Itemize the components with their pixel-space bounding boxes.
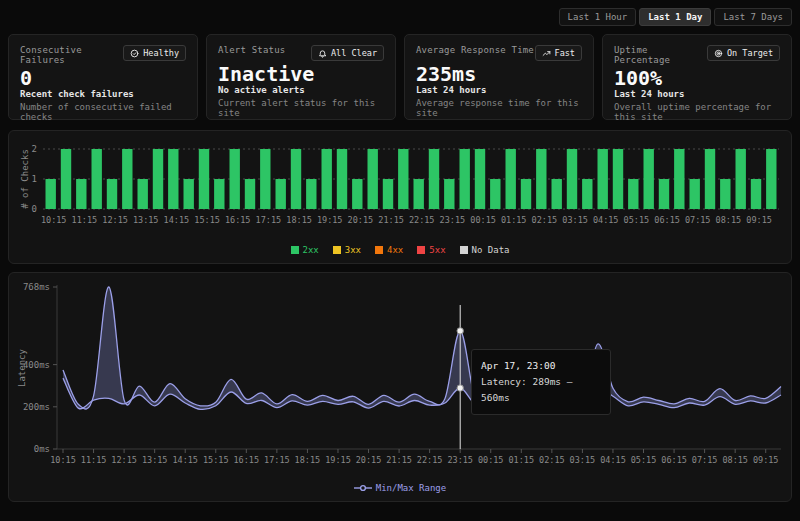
check-bar[interactable] [337,149,347,209]
svg-text:21:15: 21:15 [386,455,412,465]
svg-text:11:15: 11:15 [81,455,107,465]
check-bar[interactable] [122,149,132,209]
svg-text:19:15: 19:15 [317,215,343,225]
check-bar[interactable] [199,149,209,209]
check-bar[interactable] [628,179,638,209]
check-bar[interactable] [598,149,608,209]
check-bar[interactable] [383,179,393,209]
checks-bar-chart[interactable]: 012# of Checks10:1511:1512:1513:1514:151… [17,137,785,237]
svg-text:03:15: 03:15 [570,455,596,465]
svg-text:12:15: 12:15 [111,455,137,465]
check-bar[interactable] [690,179,700,209]
check-bar[interactable] [475,149,485,209]
stat-description: Overall uptime percentage for this site [614,102,780,122]
check-bar[interactable] [322,149,332,209]
legend-item-minmax-range: Min/Max Range [354,483,446,493]
stat-subtitle: No active alerts [218,85,384,95]
check-bar[interactable] [153,149,163,209]
check-bar[interactable] [751,179,761,209]
minmax-line-icon [354,484,372,492]
check-bar[interactable] [168,149,178,209]
legend-label: No Data [472,245,510,255]
check-bar[interactable] [107,179,117,209]
check-bar[interactable] [659,179,669,209]
legend-item-3xx: 3xx [333,245,361,255]
stat-subtitle: Last 24 hours [614,89,780,99]
svg-text:22:15: 22:15 [409,215,435,225]
status-badge-all-clear: All Clear [311,45,384,61]
check-bar[interactable] [536,149,546,209]
card-title: Consecutive Failures [20,45,123,65]
check-bar[interactable] [460,149,470,209]
svg-text:05:15: 05:15 [631,455,657,465]
check-bar[interactable] [260,149,270,209]
svg-text:23:15: 23:15 [447,455,473,465]
svg-text:15:15: 15:15 [203,455,229,465]
check-bar[interactable] [368,149,378,209]
status-badge-fast: Fast [535,45,582,61]
check-bar[interactable] [184,179,194,209]
svg-text:2: 2 [32,144,37,154]
svg-text:00:15: 00:15 [470,215,496,225]
check-bar[interactable] [674,149,684,209]
svg-text:13:15: 13:15 [133,215,159,225]
tooltip-latency-range: Latency: 289ms – 560ms [481,374,601,406]
range-button-1-hour[interactable]: Last 1 Hour [559,8,637,26]
check-bar[interactable] [705,149,715,209]
check-bar[interactable] [444,179,454,209]
check-bar[interactable] [76,179,86,209]
range-button-1-day[interactable]: Last 1 Day [639,8,711,26]
range-button-7-days[interactable]: Last 7 Days [714,8,792,26]
svg-text:12:15: 12:15 [102,215,128,225]
check-bar[interactable] [521,179,531,209]
check-bar[interactable] [736,149,746,209]
latency-minmax-chart[interactable]: 0ms200ms400ms768msLatency10:1511:1512:15… [17,279,785,475]
check-bar[interactable] [46,179,56,209]
target-icon [714,49,723,58]
legend-label: 2xx [303,245,319,255]
check-bar[interactable] [490,179,500,209]
svg-text:14:15: 14:15 [164,215,190,225]
check-bar[interactable] [276,179,286,209]
stat-description: Number of consecutive failed checks [20,102,186,122]
svg-text:16:15: 16:15 [234,455,260,465]
svg-text:16:15: 16:15 [225,215,251,225]
check-bar[interactable] [766,149,776,209]
legend-item-2xx: 2xx [291,245,319,255]
stats-row: Consecutive Failures Healthy 0 Recent ch… [8,34,792,120]
check-bar[interactable] [582,179,592,209]
svg-text:06:15: 06:15 [661,455,687,465]
cursor-point-marker [457,385,463,391]
svg-text:21:15: 21:15 [378,215,404,225]
check-bar[interactable] [414,179,424,209]
svg-text:17:15: 17:15 [264,455,290,465]
check-bar[interactable] [214,179,224,209]
check-bar[interactable] [613,149,623,209]
topbar: Last 1 Hour Last 1 Day Last 7 Days [8,8,792,26]
check-bar[interactable] [398,149,408,209]
stat-card-alert-status: Alert Status All Clear Inactive No activ… [206,34,396,120]
svg-text:03:15: 03:15 [562,215,588,225]
check-bar[interactable] [506,149,516,209]
check-bar[interactable] [230,149,240,209]
svg-text:07:15: 07:15 [685,215,711,225]
legend-label: 3xx [345,245,361,255]
check-bar[interactable] [61,149,71,209]
legend-swatch [460,246,468,254]
check-bar[interactable] [352,179,362,209]
svg-text:07:15: 07:15 [692,455,718,465]
status-code-legend: 2xx3xx4xx5xxNo Data [17,243,783,257]
check-bar[interactable] [567,149,577,209]
check-bar[interactable] [429,149,439,209]
check-bar[interactable] [92,149,102,209]
svg-text:0: 0 [32,204,37,214]
check-bar[interactable] [552,179,562,209]
check-bar[interactable] [291,149,301,209]
stat-value: 0 [20,67,186,89]
check-bar[interactable] [720,179,730,209]
check-bar[interactable] [138,179,148,209]
check-bar[interactable] [306,179,316,209]
check-bar[interactable] [644,149,654,209]
svg-text:23:15: 23:15 [440,215,466,225]
check-bar[interactable] [245,179,255,209]
